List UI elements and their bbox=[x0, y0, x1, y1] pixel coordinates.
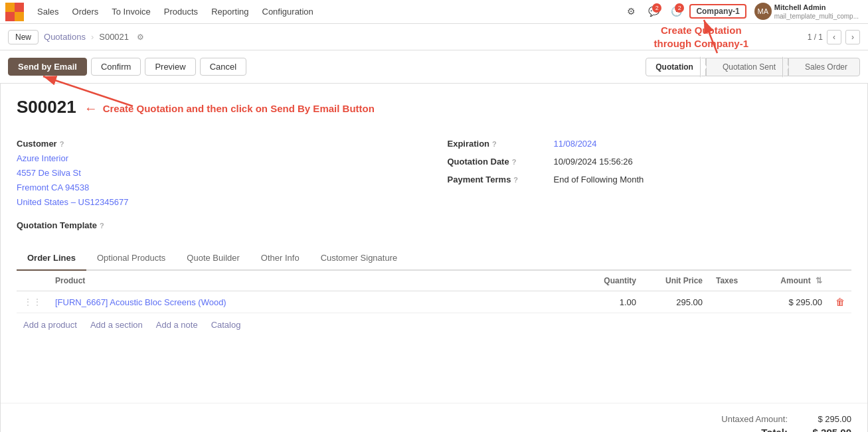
order-table: Product Quantity Unit Price Taxes Amount… bbox=[17, 271, 851, 313]
add-links: Add a product Add a section Add a note C… bbox=[17, 313, 851, 336]
qt-help-icon: ? bbox=[100, 222, 104, 230]
spacer bbox=[1, 350, 867, 403]
customer-address1: 4557 De Silva St bbox=[17, 166, 421, 180]
customer-address2: Fremont CA 94538 bbox=[17, 180, 421, 195]
avatar: MA bbox=[754, 3, 772, 20]
drag-handle-icon[interactable]: ⋮⋮ bbox=[23, 297, 42, 307]
unit-price-cell: 295.00 bbox=[643, 291, 709, 313]
add-note-link[interactable]: Add a note bbox=[156, 320, 198, 330]
svg-rect-2 bbox=[5, 12, 15, 21]
send-email-button[interactable]: Send by Email bbox=[8, 58, 87, 76]
table-row: ⋮⋮ [FURN_6667] Acoustic Bloc Screens (Wo… bbox=[17, 291, 851, 313]
col-drag bbox=[17, 271, 48, 291]
product-name[interactable]: [FURN_6667] Acoustic Bloc Screens (Wood) bbox=[55, 297, 226, 307]
tab-order-lines[interactable]: Order Lines bbox=[17, 246, 86, 271]
payment-terms-row: Payment Terms ? End of Following Month bbox=[448, 175, 852, 187]
payment-terms-help-icon: ? bbox=[513, 176, 518, 184]
customer-section: Customer ? Azure Interior 4557 De Silva … bbox=[17, 139, 421, 210]
quotation-template-label: Quotation Template ? bbox=[17, 220, 104, 230]
expiration-value: 11/08/2024 bbox=[554, 139, 597, 151]
cancel-button[interactable]: Cancel bbox=[200, 58, 246, 76]
breadcrumb-quotations[interactable]: Quotations bbox=[44, 32, 86, 42]
form-title: S00021 bbox=[17, 97, 76, 117]
breadcrumb-separator: › bbox=[91, 32, 94, 42]
chat-badge: 2 bbox=[652, 3, 661, 13]
nav-reporting[interactable]: Reporting bbox=[205, 0, 255, 24]
col-settings-icon[interactable]: ⇅ bbox=[816, 276, 822, 285]
content-inner: S00021 ← Create Quotation and then click… bbox=[1, 84, 867, 350]
chat-icon-btn[interactable]: 💬 2 bbox=[644, 2, 663, 21]
quotation-date-row: Quotation Date ? 10/09/2024 15:56:26 bbox=[448, 157, 852, 169]
col-unit-price-header: Unit Price bbox=[643, 271, 709, 291]
quotation-template-row: Quotation Template ? bbox=[17, 220, 851, 233]
col-taxes-header: Taxes bbox=[709, 271, 762, 291]
svg-rect-0 bbox=[5, 3, 15, 12]
taxes-cell bbox=[709, 291, 762, 313]
company-selector[interactable]: Company-1 bbox=[689, 4, 746, 19]
col-amount-header: Amount ⇅ bbox=[762, 271, 829, 291]
user-company: mail_template_multi_comp... bbox=[774, 12, 859, 21]
quotation-date-help-icon: ? bbox=[512, 158, 517, 166]
tab-other-info[interactable]: Other Info bbox=[250, 246, 310, 271]
title-annotation: Create Quotation and then click on Send … bbox=[103, 103, 375, 114]
add-product-link[interactable]: Add a product bbox=[23, 320, 77, 330]
tabs-bar: Order Lines Optional Products Quote Buil… bbox=[17, 246, 851, 271]
activity-badge: 2 bbox=[675, 3, 684, 13]
total-value: $ 295.00 bbox=[798, 427, 851, 432]
prev-page-button[interactable]: ‹ bbox=[827, 30, 841, 44]
confirm-button[interactable]: Confirm bbox=[91, 58, 141, 76]
untaxed-label: Untaxed Amount: bbox=[708, 414, 788, 424]
expiration-row: Expiration ? 11/08/2024 bbox=[448, 139, 852, 151]
catalog-link[interactable]: Catalog bbox=[211, 320, 241, 330]
terms-area[interactable]: Terms and conditions... bbox=[17, 414, 106, 432]
delete-row-icon[interactable]: 🗑 bbox=[835, 297, 845, 307]
status-sales-order[interactable]: Sales Order bbox=[788, 58, 860, 76]
quantity-cell: 1.00 bbox=[576, 291, 643, 313]
amount-cell: $ 295.00 bbox=[762, 291, 829, 313]
footer-area: Terms and conditions... Untaxed Amount: … bbox=[1, 403, 867, 432]
col-delete bbox=[829, 271, 851, 291]
untaxed-row: Untaxed Amount: $ 295.00 bbox=[708, 414, 851, 424]
settings-icon-btn[interactable]: ⚙ bbox=[622, 2, 640, 21]
preview-button[interactable]: Preview bbox=[145, 58, 195, 76]
payment-terms-value: End of Following Month bbox=[554, 175, 644, 187]
user-info: Mitchell Admin mail_template_multi_comp.… bbox=[774, 3, 859, 21]
tab-customer-signature[interactable]: Customer Signature bbox=[310, 246, 408, 271]
expiration-label: Expiration ? bbox=[448, 139, 554, 149]
fields-row: Customer ? Azure Interior 4557 De Silva … bbox=[17, 139, 851, 210]
svg-rect-3 bbox=[15, 12, 24, 21]
col-product-header: Product bbox=[48, 271, 576, 291]
new-button[interactable]: New bbox=[8, 30, 39, 44]
pagination: 1 / 1 ‹ › bbox=[808, 30, 860, 44]
status-pipeline: Quotation Quotation Sent Sales Order bbox=[646, 58, 860, 76]
tab-quote-builder[interactable]: Quote Builder bbox=[176, 246, 250, 271]
customer-address: Azure Interior 4557 De Silva St Fremont … bbox=[17, 151, 421, 210]
user-menu[interactable]: MA Mitchell Admin mail_template_multi_co… bbox=[750, 1, 863, 22]
activity-icon-btn[interactable]: 🕐 2 bbox=[667, 2, 685, 21]
add-section-link[interactable]: Add a section bbox=[90, 320, 143, 330]
quotation-date-value: 10/09/2024 15:56:26 bbox=[554, 157, 633, 169]
record-settings-icon[interactable]: ⚙ bbox=[137, 33, 144, 42]
status-quotation[interactable]: Quotation bbox=[646, 58, 706, 76]
topbar: Sales Orders To Invoice Products Reporti… bbox=[0, 0, 868, 24]
nav-to-invoice[interactable]: To Invoice bbox=[105, 0, 157, 24]
tab-optional-products[interactable]: Optional Products bbox=[86, 246, 176, 271]
right-fields: Expiration ? 11/08/2024 Quotation Date ?… bbox=[448, 139, 852, 210]
total-label: Total: bbox=[708, 427, 788, 432]
nav-products[interactable]: Products bbox=[157, 0, 205, 24]
pagination-text: 1 / 1 bbox=[808, 33, 823, 42]
totals-area: Untaxed Amount: $ 295.00 Total: $ 295.00 bbox=[708, 414, 851, 432]
svg-rect-1 bbox=[15, 3, 24, 12]
nav-orders[interactable]: Orders bbox=[66, 0, 106, 24]
customer-name: Azure Interior bbox=[17, 151, 421, 166]
breadcrumb-left: New Quotations › S00021 ⚙ bbox=[8, 30, 144, 44]
customer-label: Customer ? bbox=[17, 139, 421, 149]
main-content: S00021 ← Create Quotation and then click… bbox=[0, 84, 868, 432]
next-page-button[interactable]: › bbox=[845, 30, 860, 44]
nav-configuration[interactable]: Configuration bbox=[256, 0, 320, 24]
nav-sales[interactable]: Sales bbox=[31, 0, 66, 24]
status-quotation-sent[interactable]: Quotation Sent bbox=[706, 58, 788, 76]
payment-terms-label: Payment Terms ? bbox=[448, 175, 554, 184]
app-logo[interactable] bbox=[5, 3, 24, 21]
topbar-right: ⚙ 💬 2 🕐 2 Company-1 MA Mitchell Admin ma… bbox=[622, 1, 863, 22]
